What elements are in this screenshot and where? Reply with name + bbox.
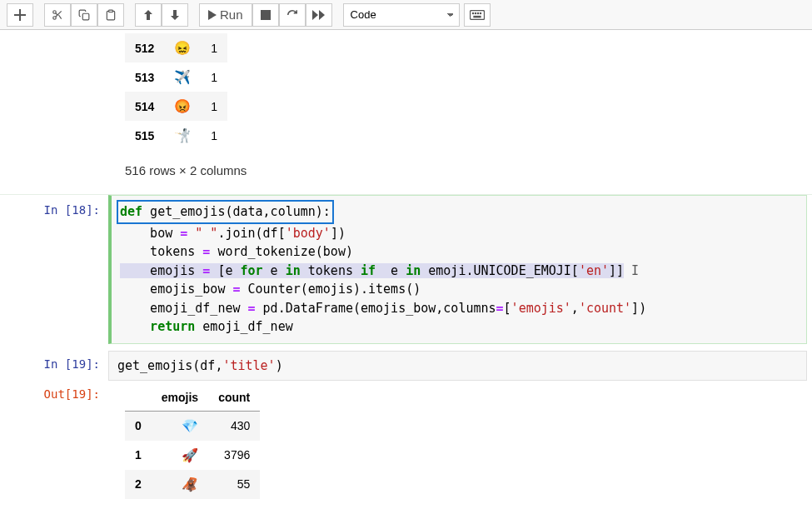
count-cell: 1 <box>201 62 227 92</box>
row-index: 1 <box>125 441 152 470</box>
output-cell-19: Out[19]: emojis count 0💎4301🚀37962🦧55 <box>0 381 812 502</box>
play-icon <box>208 10 217 20</box>
svg-point-9 <box>472 12 473 13</box>
svg-point-10 <box>475 12 476 13</box>
svg-point-0 <box>53 10 57 13</box>
svg-point-11 <box>477 12 478 13</box>
svg-rect-13 <box>474 16 481 17</box>
svg-rect-6 <box>109 10 113 12</box>
emoji-cell: 😖 <box>164 33 201 62</box>
table-row: 514😡1 <box>125 92 227 121</box>
table-row: 512😖1 <box>125 33 227 62</box>
dataframe-output-partial: 512😖1513✈️1514😡1515🤺1 <box>125 33 227 150</box>
col-header: count <box>208 384 260 412</box>
row-index: 515 <box>125 121 164 150</box>
plus-icon <box>14 9 26 21</box>
code-input-area-18[interactable]: def get_emojis(data,column): bow = " ".j… <box>108 195 807 344</box>
arrow-down-icon <box>169 9 181 21</box>
count-cell: 55 <box>208 470 260 499</box>
svg-line-3 <box>58 15 61 19</box>
table-row: 513✈️1 <box>125 62 227 92</box>
dataframe-footer: 516 rows × 2 columns <box>125 163 812 177</box>
table-row: 515🤺1 <box>125 121 227 150</box>
keyboard-icon <box>470 10 485 20</box>
emoji-cell: 🤺 <box>164 121 201 150</box>
toolbar: Run Code <box>0 0 812 30</box>
prompt-in-19: In [19]: <box>0 351 108 381</box>
count-cell: 1 <box>201 33 227 62</box>
table-row: 2🦧55 <box>125 470 260 499</box>
row-index: 514 <box>125 92 164 121</box>
prompt-empty <box>0 30 108 194</box>
table-row: 0💎430 <box>125 411 260 441</box>
paste-icon <box>105 9 117 21</box>
svg-rect-5 <box>82 13 89 20</box>
emoji-cell: 😡 <box>164 92 201 121</box>
col-header: emojis <box>152 384 208 412</box>
code-input-area-19[interactable]: get_emojis(df,'title') <box>108 351 807 381</box>
row-index: 2 <box>125 470 152 499</box>
prompt-in-18: In [18]: <box>0 195 108 344</box>
dataframe-output-19: emojis count 0💎4301🚀37962🦧55 <box>125 384 260 499</box>
refresh-icon <box>286 9 298 21</box>
move-up-button[interactable] <box>135 3 162 27</box>
add-cell-button[interactable] <box>7 3 33 27</box>
svg-rect-7 <box>261 10 271 20</box>
svg-point-12 <box>480 12 481 13</box>
code-cell-18[interactable]: In [18]: def get_emojis(data,column): bo… <box>0 194 812 344</box>
row-index: 0 <box>125 411 152 441</box>
command-palette-button[interactable] <box>464 3 491 27</box>
row-index: 512 <box>125 33 164 62</box>
emoji-cell: ✈️ <box>164 62 201 92</box>
svg-line-4 <box>56 12 57 14</box>
arrow-up-icon <box>142 9 154 21</box>
highlighted-def-line: def get_emojis(data,column): <box>117 200 334 224</box>
paste-button[interactable] <box>97 3 124 27</box>
interrupt-button[interactable] <box>252 3 279 27</box>
notebook-body[interactable]: 512😖1513✈️1514😡1515🤺1 516 rows × 2 colum… <box>0 30 812 524</box>
copy-button[interactable] <box>71 3 97 27</box>
restart-button[interactable] <box>279 3 306 27</box>
emoji-cell: 🦧 <box>152 470 208 499</box>
count-cell: 3796 <box>208 441 260 470</box>
table-row: 1🚀3796 <box>125 441 260 470</box>
code-cell-19[interactable]: In [19]: get_emojis(df,'title') <box>0 351 812 381</box>
emoji-cell: 💎 <box>152 411 208 441</box>
cut-icon <box>52 9 63 21</box>
text-cursor: I <box>624 263 639 278</box>
svg-rect-8 <box>470 10 484 19</box>
move-down-button[interactable] <box>162 3 188 27</box>
count-cell: 430 <box>208 411 260 441</box>
count-cell: 1 <box>201 92 227 121</box>
run-button[interactable]: Run <box>199 3 252 27</box>
cell-type-select[interactable]: Code <box>343 3 460 27</box>
stop-icon <box>261 10 271 20</box>
output-cell-partial: 512😖1513✈️1514😡1515🤺1 516 rows × 2 colum… <box>0 30 812 194</box>
emoji-cell: 🚀 <box>152 441 208 470</box>
svg-point-1 <box>53 16 57 19</box>
restart-run-all-button[interactable] <box>306 3 332 27</box>
fast-forward-icon <box>312 10 326 20</box>
prompt-out-19: Out[19]: <box>0 381 108 502</box>
copy-icon <box>78 9 90 21</box>
run-button-label: Run <box>220 7 243 22</box>
count-cell: 1 <box>201 121 227 150</box>
row-index: 513 <box>125 62 164 92</box>
cut-button[interactable] <box>44 3 71 27</box>
